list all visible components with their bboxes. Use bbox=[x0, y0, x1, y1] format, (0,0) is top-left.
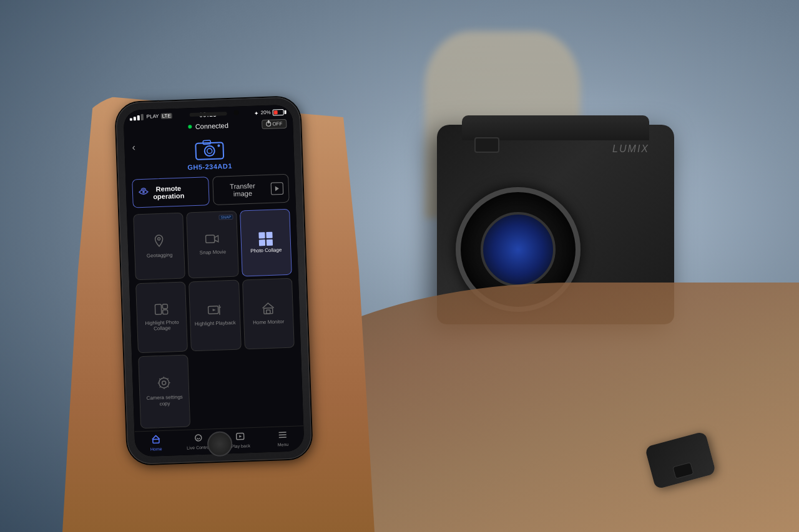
photo-collage-button[interactable]: Photo Collage bbox=[240, 209, 292, 277]
bluetooth-icon: ✦ bbox=[253, 110, 258, 116]
camera-settings-copy-icon bbox=[157, 376, 171, 394]
collage-cell-3 bbox=[259, 239, 265, 246]
signal-dot-3 bbox=[137, 115, 140, 120]
snap-movie-label: Snap Movie bbox=[200, 249, 227, 256]
svg-rect-16 bbox=[153, 439, 159, 443]
status-left: PLAY LTE bbox=[130, 112, 200, 120]
off-button[interactable]: OFF bbox=[262, 118, 287, 128]
highlight-playback-icon bbox=[208, 304, 222, 319]
svg-rect-7 bbox=[206, 235, 215, 243]
home-monitor-button[interactable]: Home Monitor bbox=[242, 278, 295, 350]
feature-grid: Geotagging SNAP Snap Movie bbox=[127, 206, 303, 431]
camera-icon bbox=[194, 136, 224, 161]
home-tab-label: Home bbox=[150, 447, 162, 452]
background: LUMIX bbox=[0, 0, 799, 532]
svg-point-2 bbox=[207, 148, 212, 153]
svg-rect-8 bbox=[155, 304, 162, 314]
svg-rect-10 bbox=[163, 309, 168, 314]
svg-point-5 bbox=[142, 191, 145, 193]
home-monitor-label: Home Monitor bbox=[253, 319, 285, 326]
phone-shell: PLAY LTE 09:13 ✦ 20% bbox=[115, 97, 312, 465]
camera-flash bbox=[474, 137, 499, 153]
transfer-label-line2: image bbox=[218, 189, 267, 198]
collage-cell-2 bbox=[266, 232, 272, 238]
signal-dot-4 bbox=[141, 114, 144, 120]
collage-cell-1 bbox=[258, 232, 265, 238]
snap-badge: SNAP bbox=[219, 215, 233, 220]
highlight-photo-collage-icon bbox=[154, 303, 169, 318]
snap-movie-icon bbox=[205, 233, 220, 248]
highlight-photo-collage-button[interactable]: Highlight Photo Collage bbox=[135, 282, 188, 354]
device-name: GH5-234AD1 bbox=[187, 162, 232, 171]
network-label: LTE bbox=[160, 113, 172, 119]
battery-percent: 20% bbox=[260, 110, 270, 116]
tab-menu[interactable]: Menu bbox=[262, 426, 305, 448]
collage-cell-4 bbox=[267, 239, 273, 246]
geotagging-button[interactable]: Geotagging bbox=[133, 213, 185, 281]
phone: PLAY LTE 09:13 ✦ 20% bbox=[115, 97, 312, 465]
highlight-playback-button[interactable]: Highlight Playback bbox=[189, 280, 241, 352]
camera-section: ‹ GH5-234AD1 bbox=[124, 128, 295, 175]
snap-movie-button[interactable]: SNAP Snap Movie bbox=[186, 211, 238, 279]
app-screen: PLAY LTE 09:13 ✦ 20% bbox=[123, 104, 304, 457]
geotagging-label: Geotagging bbox=[147, 253, 173, 259]
main-action-buttons: Remote operation Transfer image bbox=[125, 170, 296, 211]
photo-collage-icon bbox=[258, 232, 273, 246]
battery-icon bbox=[272, 109, 286, 115]
playback-tab-label: Play back bbox=[231, 443, 250, 448]
camera-top bbox=[462, 115, 649, 140]
signal-dot-1 bbox=[130, 118, 132, 120]
tab-home[interactable]: Home bbox=[134, 430, 177, 453]
svg-rect-9 bbox=[162, 304, 167, 308]
svg-rect-13 bbox=[267, 310, 270, 314]
remote-icon bbox=[138, 186, 150, 201]
home-monitor-icon bbox=[261, 302, 275, 318]
camera-settings-copy-button[interactable]: Camera settings copy bbox=[138, 355, 190, 429]
photo-collage-label: Photo Collage bbox=[250, 247, 282, 254]
transfer-play-icon bbox=[271, 182, 284, 195]
svg-point-14 bbox=[159, 378, 170, 389]
carrier-label: PLAY bbox=[147, 114, 159, 120]
menu-tab-label: Menu bbox=[277, 442, 288, 447]
highlight-photo-collage-label: Highlight Photo Collage bbox=[140, 319, 184, 332]
off-label: OFF bbox=[272, 121, 282, 127]
power-icon bbox=[266, 122, 271, 127]
svg-point-6 bbox=[158, 238, 160, 240]
transfer-image-button[interactable]: Transfer image bbox=[212, 174, 290, 205]
live-control-icon bbox=[194, 433, 203, 444]
back-button[interactable]: ‹ bbox=[132, 142, 135, 153]
battery-tip bbox=[285, 110, 287, 114]
svg-point-15 bbox=[162, 381, 166, 385]
svg-point-17 bbox=[195, 435, 201, 441]
phone-screen: PLAY LTE 09:13 ✦ 20% bbox=[123, 104, 304, 457]
camera-settings-copy-label: Camera settings copy bbox=[142, 394, 187, 408]
play-triangle bbox=[275, 186, 279, 191]
playback-tab-icon bbox=[236, 432, 245, 442]
remote-button-text: Remote operation bbox=[153, 185, 185, 201]
remote-label-line2: operation bbox=[153, 192, 185, 201]
geotagging-icon bbox=[153, 234, 166, 251]
svg-point-1 bbox=[204, 146, 215, 157]
signal-dot-2 bbox=[134, 117, 136, 120]
camera-brand: LUMIX bbox=[612, 143, 649, 155]
battery-body bbox=[272, 109, 283, 115]
camera-lens-inner bbox=[481, 212, 556, 287]
status-right: ✦ 20% bbox=[217, 109, 287, 117]
transfer-button-text: Transfer image bbox=[218, 181, 267, 198]
remote-operation-button[interactable]: Remote operation bbox=[132, 177, 209, 208]
home-tab-icon bbox=[151, 435, 160, 445]
svg-rect-12 bbox=[263, 308, 272, 314]
battery-fill bbox=[274, 110, 278, 114]
svg-point-4 bbox=[217, 145, 220, 147]
connection-indicator bbox=[189, 125, 192, 128]
highlight-playback-label: Highlight Playback bbox=[195, 320, 236, 327]
connected-text: Connected bbox=[195, 122, 229, 130]
menu-tab-icon bbox=[278, 430, 288, 441]
signal-strength bbox=[130, 114, 144, 120]
